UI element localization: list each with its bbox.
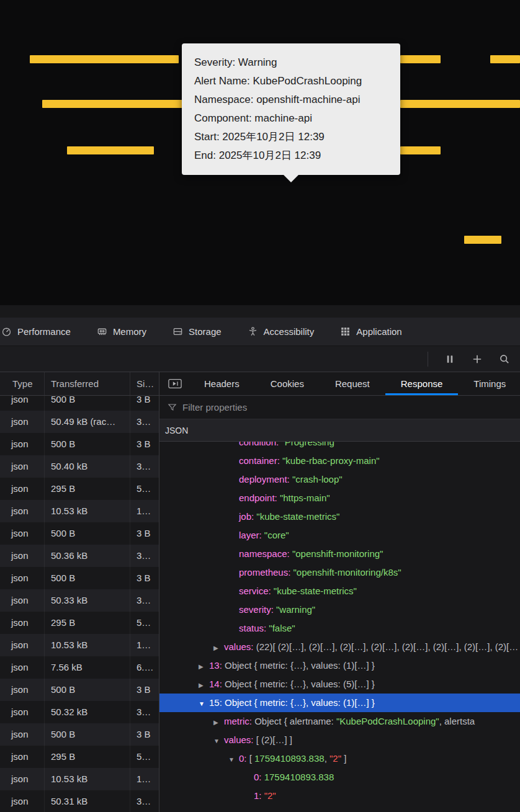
- json-tree-row[interactable]: condition: "Progressing": [159, 442, 520, 452]
- alert-timeline-bar[interactable]: [30, 55, 179, 63]
- json-tree-row[interactable]: endpoint: "https-main": [159, 489, 520, 507]
- devtools-tab-performance[interactable]: Performance: [0, 318, 84, 346]
- request-cell-type: json: [0, 612, 45, 634]
- request-row[interactable]: json10.53 kB1…: [0, 768, 159, 790]
- request-row[interactable]: json500 B3 B: [0, 567, 159, 589]
- request-cell-trans: 10.53 kB: [45, 768, 130, 790]
- json-tree-row[interactable]: ▶values: (22)[ (2)[…], (2)[…], (2)[…], (…: [159, 638, 520, 656]
- json-tree-row[interactable]: ▶metric: Object { alertname: "KubePodCra…: [159, 712, 520, 731]
- request-row[interactable]: json50.32 kB3…: [0, 701, 159, 723]
- devtools-tab-application[interactable]: Application: [327, 318, 415, 346]
- json-tree-row[interactable]: service: "kube-state-metrics": [159, 582, 520, 600]
- play-box-icon[interactable]: [159, 372, 189, 395]
- request-row[interactable]: json50.40 kB3…: [0, 455, 159, 478]
- json-tree-row[interactable]: namespace: "openshift-monitoring": [159, 545, 520, 563]
- request-cell-size: 5…: [130, 478, 159, 500]
- request-row[interactable]: json10.53 kB1…: [0, 500, 159, 522]
- request-row[interactable]: json50.33 kB3…: [0, 589, 159, 612]
- request-row[interactable]: json295 B5…: [0, 478, 159, 500]
- json-tree-row[interactable]: job: "kube-state-metrics": [159, 507, 520, 526]
- alert-timeline-bar[interactable]: [400, 100, 520, 108]
- chevron-down-icon[interactable]: ▼: [199, 695, 209, 712]
- pause-icon[interactable]: [444, 354, 455, 365]
- json-tree-row[interactable]: 1: "2": [159, 787, 520, 805]
- json-tree-row[interactable]: container: "kube-rbac-proxy-main": [159, 452, 520, 470]
- request-row[interactable]: json7.56 kB6.…: [0, 656, 159, 679]
- tooltip-line: End: 2025年10月2日 12:39: [194, 146, 388, 165]
- tooltip-line: Component: machine-api: [194, 109, 388, 128]
- json-segment-key: 14:: [209, 679, 225, 689]
- request-row[interactable]: json10.53 kB1…: [0, 634, 159, 656]
- request-row[interactable]: json500 B3 B: [0, 522, 159, 545]
- chevron-right-icon[interactable]: ▶: [213, 713, 224, 731]
- alert-timeline-bar[interactable]: [490, 55, 520, 63]
- request-row[interactable]: json500 B3 B: [0, 723, 159, 746]
- json-tree-row[interactable]: prometheus: "openshift-monitoring/k8s": [159, 563, 520, 582]
- json-segment-key: 1:: [254, 790, 264, 801]
- json-tree-row[interactable]: status: "false": [159, 619, 520, 638]
- chevron-right-icon[interactable]: ▶: [213, 639, 224, 656]
- json-tree-row[interactable]: ▼0: [ 1759410893.838, "2" ]: [159, 749, 520, 768]
- column-header-trans[interactable]: Transferred: [45, 372, 130, 395]
- alert-timeline-bar[interactable]: [400, 55, 441, 63]
- details-tab-response[interactable]: Response: [385, 372, 459, 395]
- details-tab-cookies[interactable]: Cookies: [255, 372, 320, 395]
- json-tree-row[interactable]: deployment: "crash-loop": [159, 470, 520, 489]
- alert-timeline-bar[interactable]: [42, 100, 184, 108]
- json-segment-str: "https-main": [280, 493, 330, 503]
- request-cell-size: 3…: [130, 545, 159, 567]
- request-cell-trans: 500 B: [45, 522, 130, 545]
- json-section-header[interactable]: JSON: [159, 419, 520, 442]
- devtools-tab-memory[interactable]: Memory: [84, 318, 159, 346]
- request-row[interactable]: json500 B3 B: [0, 396, 159, 411]
- column-header-type[interactable]: Type: [0, 372, 45, 395]
- json-segment-str: "Progressing": [281, 442, 338, 447]
- request-cell-size: 6.…: [130, 656, 159, 679]
- request-cell-type: json: [0, 455, 45, 478]
- request-row[interactable]: json50.49 kB (rac…3…: [0, 411, 159, 433]
- chevron-down-icon[interactable]: ▼: [228, 751, 239, 768]
- alert-timeline-bar[interactable]: [464, 236, 501, 244]
- request-row[interactable]: json50.31 kB3…: [0, 790, 159, 812]
- details-tab-request[interactable]: Request: [320, 372, 385, 395]
- request-row[interactable]: json500 B3 B: [0, 433, 159, 455]
- request-row[interactable]: json500 B3 B: [0, 679, 159, 701]
- json-segment-str: "crash-loop": [292, 474, 343, 484]
- column-header-size[interactable]: Si…: [130, 372, 159, 395]
- json-tree-row[interactable]: 0: 1759410893.838: [159, 768, 520, 787]
- json-tree-row[interactable]: layer: "core": [159, 526, 520, 545]
- request-cell-type: json: [0, 478, 45, 500]
- json-tree-row[interactable]: ▼values: [ (2)[…] ]: [159, 731, 520, 749]
- request-cell-type: json: [0, 396, 45, 411]
- json-tree-row[interactable]: severity: "warning": [159, 600, 520, 619]
- request-row[interactable]: json295 B5…: [0, 746, 159, 768]
- request-cell-size: 1…: [130, 634, 159, 656]
- chevron-right-icon[interactable]: ▶: [199, 658, 209, 675]
- request-cell-trans: 50.31 kB: [45, 790, 130, 812]
- details-tab-headers[interactable]: Headers: [189, 372, 255, 395]
- alert-timeline-bar[interactable]: [400, 146, 441, 154]
- panel-tab-label: Storage: [189, 326, 222, 337]
- devtools-tab-storage[interactable]: Storage: [159, 318, 235, 346]
- filter-properties-input[interactable]: [182, 402, 520, 413]
- devtools-tab-accessibility[interactable]: Accessibility: [235, 318, 328, 346]
- chevron-down-icon[interactable]: ▼: [213, 732, 224, 749]
- details-tab-timings[interactable]: Timings: [458, 372, 520, 395]
- performance-icon: [1, 326, 12, 337]
- json-tree-row[interactable]: ▶14: Object { metric: {…}, values: (5)[……: [159, 675, 520, 694]
- json-tree-row[interactable]: ▶13: Object { metric: {…}, values: (1)[……: [159, 656, 520, 675]
- alert-timeline-bar[interactable]: [67, 146, 154, 154]
- request-row[interactable]: json50.36 kB3…: [0, 545, 159, 567]
- json-segment-key: layer:: [239, 530, 264, 540]
- page-background-strip: [0, 305, 520, 318]
- plus-icon[interactable]: [472, 354, 483, 365]
- chevron-right-icon[interactable]: ▶: [199, 676, 209, 694]
- json-tree-row[interactable]: ▼15: Object { metric: {…}, values: (1)[……: [159, 694, 520, 712]
- json-segment-strred: "2": [329, 753, 341, 764]
- request-cell-type: json: [0, 701, 45, 723]
- search-icon[interactable]: [499, 354, 510, 365]
- request-row[interactable]: json295 B5…: [0, 612, 159, 634]
- json-segment-strred: "2": [264, 790, 276, 801]
- network-main: TypeTransferredSi… json500 B3 Bjson50.49…: [0, 372, 520, 812]
- request-cell-size: 1…: [130, 500, 159, 522]
